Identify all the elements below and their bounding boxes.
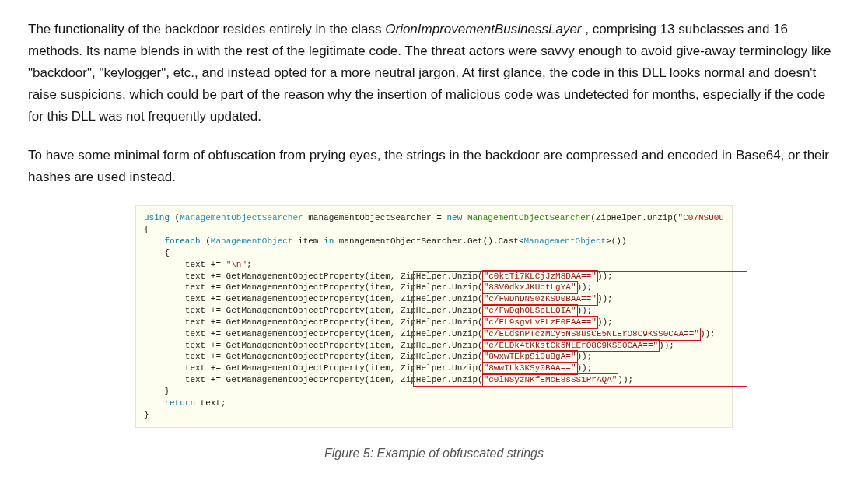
- type-mo: ManagementObject: [211, 236, 293, 246]
- kw-using: using: [144, 213, 170, 222]
- obf-str-6: "c/ELDk4tKkstCk5NLErO8C9KSS0CAA==": [483, 340, 659, 352]
- type-mos: ManagementObjectSearcher: [180, 213, 303, 222]
- class-name-italic: OrionImprovementBusinessLayer: [385, 22, 581, 37]
- str-arg: "C07NSU0u: [678, 213, 724, 222]
- obf-str-2: "c/FwDnDNS0zKSU0BAA==": [483, 293, 597, 305]
- obf-str-9: "c0lNSyzNKfEMcE8sSS1PrAQA": [483, 374, 618, 386]
- para1-tail: , comprising 13 subclasses and 16 method…: [28, 22, 831, 124]
- code-figure: using (ManagementObjectSearcher manageme…: [28, 205, 840, 464]
- paragraph-2: To have some minimal form of obfuscation…: [28, 145, 840, 188]
- kw-in: in: [324, 236, 334, 246]
- para1-lead: The functionality of the backdoor reside…: [28, 22, 385, 37]
- kw-new: new: [447, 213, 463, 222]
- obf-str-0: "c0ktTi7KLCjJzM8DAA==": [483, 271, 597, 282]
- obf-str-7: "8wxwTEkpSi0uBgA=": [483, 351, 577, 363]
- type-mos-2: ManagementObjectSearcher: [462, 213, 590, 222]
- obf-str-4: "c/EL9sgvLvFLzE0FAA==": [483, 317, 597, 328]
- kw-return: return: [164, 398, 195, 408]
- paragraph-1: The functionality of the backdoor reside…: [28, 19, 840, 128]
- brace-open: {: [144, 225, 149, 234]
- obf-str-1: "83V0dkxJKUotLgYA": [483, 282, 577, 293]
- obf-str-8: "8wwILk3KSy0BAA==": [483, 363, 577, 374]
- kw-foreach: foreach: [164, 236, 200, 246]
- figure-caption: Figure 5: Example of obfuscated strings: [28, 443, 840, 464]
- obf-str-5: "c/ELdsnPTczMCy5NS8usCE5NLErO8C9KSS0CAA=…: [483, 328, 700, 340]
- obf-str-3: "c/FwDghOLSpLLQIA": [483, 305, 577, 317]
- code-block: using (ManagementObjectSearcher manageme…: [135, 205, 733, 427]
- highlighted-strings-block: text += GetManagementObjectProperty(item…: [144, 272, 716, 385]
